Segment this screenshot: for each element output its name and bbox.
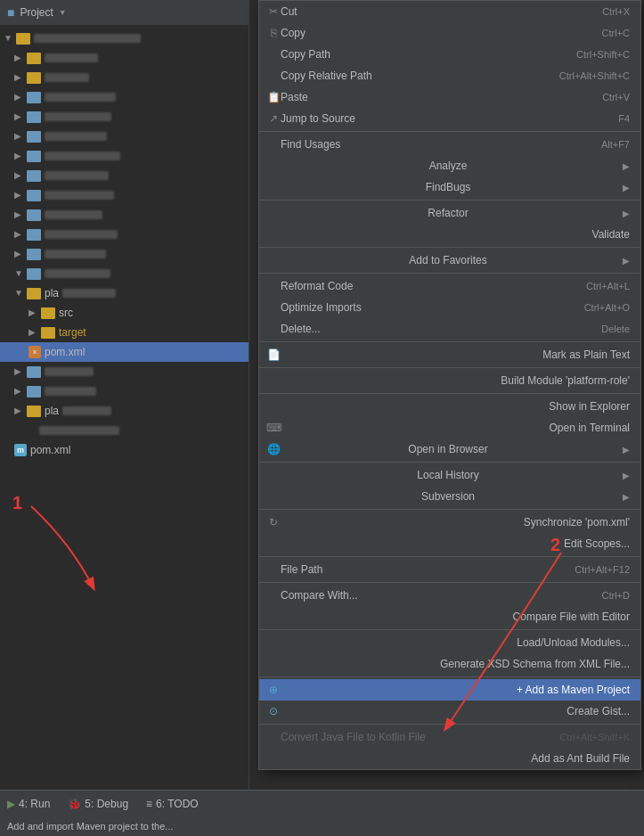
menu-find-usages[interactable]: Find Usages Alt+F7 [259,134,640,155]
menu-generate-xsd[interactable]: Generate XSD Schema from XML File... [259,653,640,675]
optimize-label: Optimize Imports [281,301,362,314]
menu-compare-with[interactable]: Compare With... Ctrl+D [259,585,640,606]
list-item[interactable] [0,264,249,283]
list-item[interactable] [0,107,249,127]
xml-icon: x [29,346,41,358]
menu-jump-to-source[interactable]: ↗ Jump to Source F4 [259,108,640,129]
convert-kotlin-label: Convert Java File to Kotlin File [281,731,426,743]
folder-icon [16,33,30,45]
dropdown-icon[interactable]: ▼ [59,8,67,17]
list-item[interactable] [0,362,249,381]
menu-optimize-imports[interactable]: Optimize Imports Ctrl+Alt+O [259,297,640,318]
reformat-shortcut: Ctrl+Alt+L [586,281,630,291]
menu-analyze[interactable]: Analyze ▶ [259,155,640,176]
run-icon: ▶ [7,798,15,810]
menu-add-maven[interactable]: ⊕ + Add as Maven Project [259,679,640,701]
list-item[interactable] [0,185,249,205]
menu-local-history[interactable]: Local History ▶ [259,464,640,486]
item-label [45,171,109,180]
menu-subversion[interactable]: Subversion ▶ [259,486,640,507]
menu-copy-relative-path[interactable]: Copy Relative Path Ctrl+Alt+Shift+C [259,65,640,86]
copy-icon: ⎘ [266,26,281,40]
empty-icon [266,562,281,577]
project-header[interactable]: ■ Project ▼ [0,0,249,25]
compare-with-shortcut: Ctrl+D [602,590,630,601]
menu-synchronize[interactable]: ↻ Synchronize 'pom.xml' [259,512,640,533]
list-item[interactable]: pla [0,401,249,421]
tree-pla-folder[interactable]: pla [0,283,249,303]
cut-label: Cut [281,5,298,18]
jump-label: Jump to Source [281,112,355,125]
bottom-toolbar: ▶ 4: Run 🐞 5: Debug ≡ 6: TODO [0,790,644,816]
menu-edit-scopes[interactable]: Edit Scopes... [259,533,640,554]
menu-mark-plain-text[interactable]: 📄 Mark as Plain Text [259,344,640,365]
arrow-icon [14,209,25,220]
menu-open-browser[interactable]: 🌐 Open in Browser ▶ [259,438,640,460]
menu-file-path[interactable]: File Path Ctrl+Alt+F12 [259,559,640,580]
menu-validate[interactable]: Validate [259,224,640,245]
menu-copy[interactable]: ⎘ Copy Ctrl+C [259,22,640,44]
empty-icon [266,657,281,671]
menu-findbugs[interactable]: FindBugs ▶ [259,176,640,198]
empty-icon [266,279,281,293]
list-item[interactable] [0,87,249,107]
validate-label: Validate [592,228,630,241]
run-button[interactable]: ▶ 4: Run [7,798,50,810]
menu-refactor[interactable]: Refactor ▶ [259,202,640,224]
item-label [39,426,119,435]
menu-add-ant[interactable]: Add as Ant Build File [259,748,640,769]
pla-extra [62,289,116,298]
list-item[interactable] [0,166,249,185]
menu-delete[interactable]: Delete... Delete [259,318,640,340]
tree-src-folder[interactable]: src [0,303,249,323]
tree-target-folder[interactable]: target [0,323,249,342]
mark-icon: 📄 [266,348,281,362]
menu-compare-editor[interactable]: Compare File with Editor [259,606,640,627]
empty-icon [266,373,281,388]
empty-icon [266,635,281,650]
list-item[interactable] [0,421,249,440]
scissors-icon: ✂ [266,4,281,19]
menu-create-gist[interactable]: ⊙ Create Gist... [259,701,640,722]
menu-copy-path[interactable]: Copy Path Ctrl+Shift+C [259,44,640,65]
list-item[interactable] [0,127,249,146]
list-item[interactable] [0,205,249,225]
submenu-arrow-icon: ▶ [623,209,630,218]
menu-open-terminal[interactable]: ⌨ Open in Terminal [259,417,640,438]
menu-cut[interactable]: ✂ Cut Ctrl+X [259,1,640,22]
list-item[interactable] [0,68,249,87]
submenu-arrow-icon: ▶ [623,445,630,455]
menu-build-module[interactable]: Build Module 'platform-role' [259,370,640,391]
menu-paste[interactable]: 📋 Paste Ctrl+V [259,86,640,108]
menu-show-explorer[interactable]: Show in Explorer [259,396,640,417]
show-explorer-label: Show in Explorer [549,400,630,413]
list-item[interactable] [0,225,249,244]
synchronize-label: Synchronize 'pom.xml' [524,516,630,529]
tree-pom-xml[interactable]: x pom.xml [0,342,249,362]
arrow-icon [14,131,25,142]
list-item[interactable] [0,48,249,68]
menu-reformat-code[interactable]: Reformat Code Ctrl+Alt+L [259,275,640,297]
debug-button[interactable]: 🐞 5: Debug [68,798,128,810]
list-item[interactable] [0,244,249,264]
menu-load-unload[interactable]: Load/Unload Modules... [259,632,640,653]
folder-icon [27,229,41,241]
empty-icon [266,489,281,504]
arrow-icon [14,190,25,201]
empty-icon [266,588,281,602]
tree-pom-xml-2[interactable]: m pom.xml [0,440,249,460]
tree-root[interactable] [0,29,249,48]
build-module-label: Build Module 'platform-role' [501,374,630,387]
empty-icon [266,468,281,482]
cut-shortcut: Ctrl+X [602,6,630,17]
todo-icon: ≡ [146,798,152,810]
list-item[interactable] [0,146,249,166]
menu-add-favorites[interactable]: Add to Favorites ▶ [259,250,640,271]
list-item[interactable] [0,381,249,401]
todo-button[interactable]: ≡ 6: TODO [146,798,199,810]
item-label [45,112,111,121]
item-label [45,387,96,396]
item-label [45,53,98,62]
separator [259,341,640,342]
project-icon: ■ [7,5,14,20]
